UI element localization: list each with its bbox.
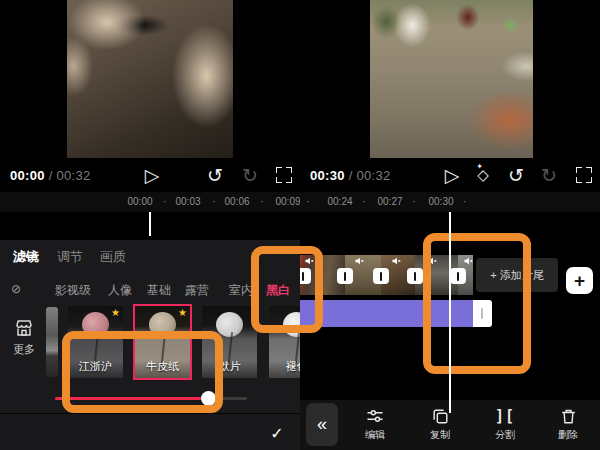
trash-icon (542, 405, 594, 427)
edit-button[interactable]: 编辑 (349, 405, 401, 442)
copy-button[interactable]: 复制 (414, 405, 466, 442)
playhead-right (449, 212, 451, 413)
add-clip-button[interactable]: + (566, 267, 593, 294)
split-icon: ][ (479, 405, 531, 427)
rose-thumbnail (216, 312, 243, 337)
fullscreen-icon (276, 167, 292, 183)
copy-icon (414, 405, 466, 427)
redo-button[interactable]: ↻ (536, 162, 562, 188)
playback-controls-left: 00:00 / 00:32 ▷ ↺ ↻ (0, 158, 300, 192)
muted-audio-icon (392, 257, 401, 265)
ruler-dot: · (412, 196, 415, 207)
category-indoor[interactable]: 室内 (229, 282, 253, 299)
fullscreen-button[interactable] (271, 162, 297, 188)
more-filters-button[interactable]: 更多 (7, 318, 41, 357)
time-display: 00:30 / 00:32 (310, 168, 391, 183)
ruler-tick: 00:27 (377, 196, 402, 207)
confirm-button[interactable]: ✓ (266, 422, 288, 444)
ruler-tick: 00:06 (224, 196, 249, 207)
undo-button[interactable]: ↺ (503, 162, 529, 188)
ruler-dot: · (362, 196, 365, 207)
category-camping[interactable]: 露营 (185, 282, 209, 299)
keyframe-icon: ◇✦ (477, 166, 489, 184)
ruler-tick: 00:24 (327, 196, 352, 207)
more-label: 更多 (7, 342, 41, 357)
ruler-tick: 00:00 (127, 196, 152, 207)
panel-bottom-bar: ✓ (0, 413, 300, 450)
annotation-box-black-white-category (251, 246, 323, 333)
ruler-dot: · (163, 196, 166, 207)
tab-adjust[interactable]: 调节 (57, 248, 83, 266)
capcut-editor-screenshot: 00:00 / 00:32 ▷ ↺ ↻ 00:00 · 00:03 · 00:0… (0, 0, 600, 450)
play-button[interactable]: ▷ (439, 162, 465, 188)
annotation-box-filter-names (62, 331, 223, 413)
ruler-tick: 00:30 (428, 196, 453, 207)
tab-filters[interactable]: 滤镜 (13, 248, 39, 266)
collapse-toolbar-button[interactable]: « (306, 403, 338, 446)
vip-star-icon: ★ (111, 307, 120, 318)
ruler-dot: · (212, 196, 215, 207)
transition-button[interactable] (373, 268, 389, 284)
video-preview-carving (67, 0, 233, 158)
playback-controls-right: 00:30 / 00:32 ▷ ◇✦ ↺ ↻ (300, 158, 600, 192)
video-preview-bricks (370, 0, 533, 158)
category-cinematic[interactable]: 影视级 (55, 282, 91, 299)
fullscreen-icon (576, 167, 592, 183)
timeline-ruler-left[interactable]: 00:00 · 00:03 · 00:06 · 00:09 (0, 192, 300, 212)
category-basic[interactable]: 基础 (147, 282, 171, 299)
transition-button[interactable] (337, 268, 353, 284)
transition-button[interactable] (407, 268, 423, 284)
ruler-dot: · (306, 196, 309, 207)
category-portrait[interactable]: 人像 (108, 282, 132, 299)
time-current: 00:30 (310, 168, 345, 183)
annotation-box-playhead-region (423, 233, 531, 374)
keyframe-button[interactable]: ◇✦ (470, 162, 496, 188)
ruler-tick: 00:09 (275, 196, 300, 207)
split-button[interactable]: ][ 分割 (479, 405, 531, 442)
ruler-tick: 00:03 (175, 196, 200, 207)
delete-button[interactable]: 删除 (542, 405, 594, 442)
redo-button[interactable]: ↻ (237, 162, 263, 188)
muted-audio-icon (355, 257, 364, 265)
playhead-left (149, 212, 151, 236)
fullscreen-button[interactable] (571, 162, 597, 188)
undo-button[interactable]: ↺ (202, 162, 228, 188)
partial-filter-thumbnail[interactable] (46, 307, 58, 377)
filter-name: 褪色 (269, 359, 300, 374)
timeline-screen: 00:30 / 00:32 ▷ ◇✦ ↺ ↻ · 00:24 · 00:27 ·… (300, 0, 600, 450)
time-display: 00:00 / 00:32 (10, 168, 91, 183)
no-filter-icon[interactable]: ⊘ (11, 282, 21, 296)
time-current: 00:00 (10, 168, 45, 183)
tab-quality[interactable]: 画质 (100, 248, 126, 266)
timeline-ruler-right[interactable]: · 00:24 · 00:27 · 00:30 · (300, 192, 600, 212)
sliders-icon (349, 405, 401, 427)
ruler-dot: · (463, 196, 466, 207)
vip-star-icon: ★ (178, 307, 187, 318)
ruler-dot: · (260, 196, 263, 207)
store-icon (13, 318, 35, 338)
play-button[interactable]: ▷ (139, 162, 165, 188)
